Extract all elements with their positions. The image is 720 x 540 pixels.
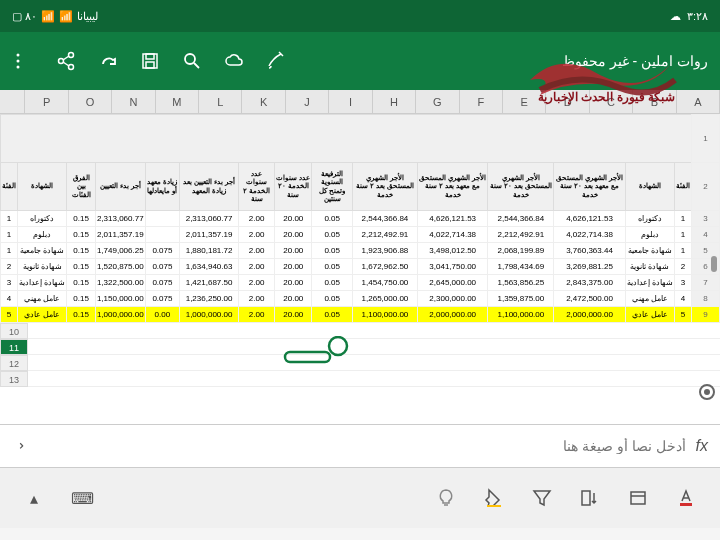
empty-row[interactable]: 12 bbox=[0, 355, 720, 371]
save-icon[interactable] bbox=[138, 49, 162, 73]
cell[interactable]: 0.15 bbox=[67, 307, 96, 323]
cell[interactable]: 0.05 bbox=[312, 259, 353, 275]
cell[interactable]: 1,520,875.00 bbox=[95, 259, 145, 275]
cell[interactable]: 1 bbox=[675, 211, 692, 227]
cell[interactable]: 0.15 bbox=[67, 243, 96, 259]
cell[interactable]: 2,544,366.84 bbox=[352, 211, 417, 227]
header-cell[interactable]: الأجر الشهري المستحق مع معهد بعد ٢٠ سنة … bbox=[554, 163, 626, 211]
cell[interactable]: 2,472,500.00 bbox=[554, 291, 626, 307]
document-title[interactable]: روات املين - غير محفوظ bbox=[562, 53, 708, 69]
scroll-thumb[interactable] bbox=[711, 256, 717, 272]
cell[interactable]: 3,760,363.44 bbox=[554, 243, 626, 259]
cell[interactable]: 2 bbox=[675, 259, 692, 275]
cell[interactable]: 2.00 bbox=[238, 211, 274, 227]
header-cell[interactable]: الشهادة bbox=[625, 163, 674, 211]
cell[interactable]: 20.00 bbox=[275, 307, 312, 323]
header-cell[interactable]: أجر بدء التعيين bbox=[95, 163, 145, 211]
table-row[interactable]: 73شهادة إعدادية2,843,375.001,563,856.252… bbox=[1, 275, 720, 291]
cell[interactable]: 1 bbox=[1, 227, 18, 243]
cell[interactable]: 0.05 bbox=[312, 291, 353, 307]
cell[interactable]: 2,313,060.77 bbox=[95, 211, 145, 227]
cloud-icon[interactable] bbox=[222, 49, 246, 73]
col-M[interactable]: M bbox=[156, 90, 199, 113]
cell[interactable]: 0.15 bbox=[67, 259, 96, 275]
cell[interactable]: 1 bbox=[675, 227, 692, 243]
header-cell[interactable]: الأجر الشهري المستحق بعد ٢ سنة خدمة bbox=[352, 163, 417, 211]
cell[interactable]: 1,000,000.00 bbox=[95, 307, 145, 323]
header-cell[interactable]: الفئة bbox=[675, 163, 692, 211]
cell[interactable]: دبلوم bbox=[625, 227, 674, 243]
cell[interactable]: 0.075 bbox=[145, 291, 180, 307]
cell[interactable]: 1,634,940.63 bbox=[180, 259, 239, 275]
col-I[interactable]: I bbox=[329, 90, 372, 113]
cell[interactable]: 1,359,875.00 bbox=[488, 291, 554, 307]
header-cell[interactable]: أجر بدء التعيين بعد زيادة المعهد bbox=[180, 163, 239, 211]
cell[interactable]: 1,880,181.72 bbox=[180, 243, 239, 259]
cell[interactable]: 1,421,687.50 bbox=[180, 275, 239, 291]
cell[interactable]: 2,011,357.19 bbox=[180, 227, 239, 243]
font-color-icon[interactable] bbox=[672, 484, 700, 512]
cell[interactable]: 2,544,366.84 bbox=[488, 211, 554, 227]
keyboard-icon[interactable]: ⌨ bbox=[68, 484, 96, 512]
cell[interactable]: 1 bbox=[675, 243, 692, 259]
cell[interactable]: 1,923,906.88 bbox=[352, 243, 417, 259]
cell[interactable]: 1,150,000.00 bbox=[95, 291, 145, 307]
cell[interactable]: 1,672,962.50 bbox=[352, 259, 417, 275]
idea-icon[interactable] bbox=[432, 484, 460, 512]
header-cell[interactable]: الأجر الشهري المستحق بعد ٢٠ سنة خدمة bbox=[488, 163, 554, 211]
cell[interactable]: 2,645,000.00 bbox=[417, 275, 488, 291]
header-cell[interactable]: عدد سنوات الخدمة ٢٠ سنة bbox=[275, 163, 312, 211]
col-H[interactable]: H bbox=[373, 90, 416, 113]
spreadsheet[interactable]: 1 2الفئةالشهادةالأجر الشهري المستحق مع م… bbox=[0, 114, 720, 424]
header-cell[interactable]: الترفيعة السنوية وتمنح كل سنتين bbox=[312, 163, 353, 211]
card-view-icon[interactable] bbox=[624, 484, 652, 512]
formula-input[interactable] bbox=[24, 438, 686, 454]
cell[interactable]: 20.00 bbox=[275, 227, 312, 243]
cell[interactable] bbox=[145, 227, 180, 243]
header-cell[interactable]: عدد سنوات الخدمة ٢ سنة bbox=[238, 163, 274, 211]
col-K[interactable]: K bbox=[242, 90, 285, 113]
cell[interactable]: عامل عادي bbox=[18, 307, 67, 323]
search-icon[interactable] bbox=[180, 49, 204, 73]
table-row[interactable]: 95عامل عادي2,000,000.001,100,000.002,000… bbox=[1, 307, 720, 323]
cell[interactable]: 0.075 bbox=[145, 243, 180, 259]
cell[interactable]: 2.00 bbox=[238, 307, 274, 323]
cell[interactable] bbox=[145, 211, 180, 227]
col-J[interactable]: J bbox=[286, 90, 329, 113]
cell[interactable]: 2,212,492.91 bbox=[488, 227, 554, 243]
cell[interactable]: 1,798,434.69 bbox=[488, 259, 554, 275]
cell[interactable]: 3,498,012.50 bbox=[417, 243, 488, 259]
col-L[interactable]: L bbox=[199, 90, 242, 113]
cell[interactable]: 0.15 bbox=[67, 291, 96, 307]
col-G[interactable]: G bbox=[416, 90, 459, 113]
header-cell[interactable]: الفرق بين الفئات bbox=[67, 163, 96, 211]
empty-row[interactable]: 11 bbox=[0, 339, 720, 355]
cell[interactable]: 0.15 bbox=[67, 275, 96, 291]
cell[interactable]: 5 bbox=[1, 307, 18, 323]
cell[interactable]: 4,626,121.53 bbox=[417, 211, 488, 227]
empty-row[interactable]: 13 bbox=[0, 371, 720, 387]
cell[interactable]: 2.00 bbox=[238, 275, 274, 291]
header-row[interactable]: 2الفئةالشهادةالأجر الشهري المستحق مع معه… bbox=[1, 163, 720, 211]
cell[interactable]: 1,749,006.25 bbox=[95, 243, 145, 259]
share-icon[interactable] bbox=[54, 49, 78, 73]
cell[interactable]: 2,000,000.00 bbox=[417, 307, 488, 323]
cell[interactable]: 2 bbox=[1, 259, 18, 275]
cell[interactable]: 20.00 bbox=[275, 243, 312, 259]
cell[interactable]: 1,563,856.25 bbox=[488, 275, 554, 291]
cell[interactable]: 20.00 bbox=[275, 259, 312, 275]
cell[interactable]: 1,454,750.00 bbox=[352, 275, 417, 291]
table-row[interactable]: 84عامل مهني2,472,500.001,359,875.002,300… bbox=[1, 291, 720, 307]
col-N[interactable]: N bbox=[112, 90, 155, 113]
header-cell[interactable]: الشهادة bbox=[18, 163, 67, 211]
col-O[interactable]: O bbox=[69, 90, 112, 113]
col-P[interactable]: P bbox=[25, 90, 68, 113]
cell[interactable]: شهادة ثانوية bbox=[18, 259, 67, 275]
filter-icon[interactable] bbox=[528, 484, 556, 512]
chevron-up-icon[interactable]: ⌃ bbox=[10, 440, 26, 452]
cell[interactable]: 1,265,000.00 bbox=[352, 291, 417, 307]
cell[interactable]: 1,236,250.00 bbox=[180, 291, 239, 307]
cell[interactable]: 0.05 bbox=[312, 275, 353, 291]
cell[interactable]: 0.075 bbox=[145, 275, 180, 291]
cell[interactable]: شهادة إعدادية bbox=[18, 275, 67, 291]
